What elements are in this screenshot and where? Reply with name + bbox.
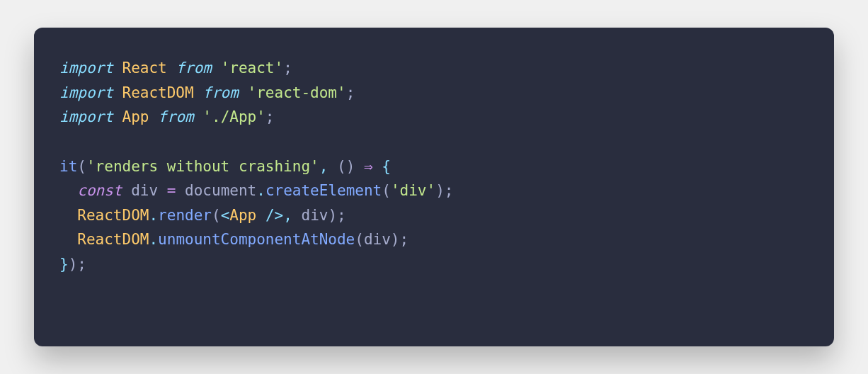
keyword-from: from (176, 60, 212, 76)
paren-open: ( (212, 207, 221, 224)
paren-close: ) (391, 231, 400, 248)
var-div: div (131, 182, 158, 199)
code-line-3: import App from './App'; (59, 108, 275, 125)
paren-open: ( (77, 158, 86, 175)
keyword-from: from (202, 84, 239, 101)
paren-open: ( (355, 231, 364, 248)
semicolon: ; (77, 256, 86, 273)
op-equals: = (167, 182, 176, 199)
dot: . (149, 207, 158, 224)
code-line-8: ReactDOM.unmountComponentAtNode(div); (59, 231, 409, 248)
semicolon: ; (283, 60, 292, 76)
arg-div: div (302, 207, 329, 224)
paren-close: ) (69, 256, 78, 273)
jsx-slash: / (265, 207, 275, 224)
semicolon: ; (337, 207, 346, 224)
jsx-tag-app: App (229, 207, 256, 224)
keyword-const: const (77, 182, 122, 199)
method-unmount: unmountComponentAtNode (158, 231, 355, 248)
fn-it: it (59, 158, 77, 175)
dot: . (256, 182, 265, 199)
obj-document: document (185, 182, 256, 199)
obj-reactdom: ReactDOM (77, 207, 149, 224)
string-react: 'react' (221, 60, 284, 76)
string-reactdom: 'react-dom' (248, 84, 346, 101)
comma: , (319, 158, 329, 175)
string-test-desc: 'renders without crashing' (86, 158, 319, 175)
code-line-7: ReactDOM.render(<App />, div); (59, 207, 346, 224)
semicolon: ; (400, 231, 409, 248)
paren-close: ) (435, 182, 445, 199)
string-app-path: './App' (202, 108, 265, 125)
jsx-bracket-close: > (275, 207, 284, 224)
identifier-app: App (122, 108, 149, 125)
keyword-from: from (158, 108, 194, 125)
jsx-bracket-open: < (221, 207, 230, 224)
code-card: import React from 'react'; import ReactD… (34, 28, 834, 346)
dot: . (149, 231, 158, 248)
arrow-fn: ⇒ (364, 158, 373, 175)
semicolon: ; (346, 84, 355, 101)
code-line-5: it('renders without crashing', () ⇒ { (59, 158, 391, 175)
code-line-6: const div = document.createElement('div'… (59, 182, 453, 199)
method-createelement: createElement (265, 182, 382, 199)
indent (59, 207, 77, 224)
brace-open: { (382, 158, 391, 175)
identifier-react: React (122, 60, 167, 76)
indent (59, 182, 77, 199)
obj-reactdom: ReactDOM (77, 231, 149, 248)
keyword-import: import (59, 108, 113, 125)
brace-close: } (59, 256, 69, 273)
identifier-reactdom: ReactDOM (122, 84, 194, 101)
code-line-2: import ReactDOM from 'react-dom'; (59, 84, 355, 101)
code-line-9: }); (59, 256, 86, 273)
keyword-import: import (59, 60, 113, 76)
method-render: render (158, 207, 212, 224)
semicolon: ; (265, 108, 275, 125)
code-line-1: import React from 'react'; (59, 60, 292, 76)
paren-open: ( (337, 158, 346, 175)
semicolon: ; (445, 182, 454, 199)
keyword-import: import (59, 84, 113, 101)
indent (59, 231, 77, 248)
comma: , (283, 207, 292, 224)
arg-div: div (364, 231, 391, 248)
string-div: 'div' (391, 182, 435, 199)
code-block: import React from 'react'; import ReactD… (59, 56, 809, 277)
paren-close: ) (328, 207, 337, 224)
paren-open: ( (382, 182, 391, 199)
paren-close: ) (346, 158, 355, 175)
